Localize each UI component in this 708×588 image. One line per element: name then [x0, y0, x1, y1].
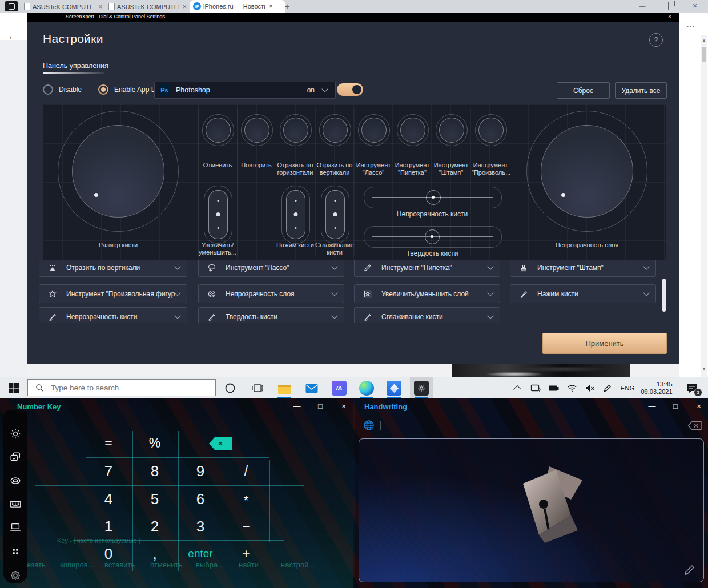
- screenxpert-settings-button[interactable]: [410, 377, 433, 399]
- edge-button[interactable]: [355, 377, 378, 399]
- task-view-button[interactable]: [246, 377, 269, 399]
- knob-lasso[interactable]: [358, 114, 390, 146]
- tray-language[interactable]: ENG: [617, 377, 638, 399]
- zoom-toggle[interactable]: [204, 186, 232, 244]
- slider-knob[interactable]: [425, 229, 440, 244]
- app-switch-button[interactable]: [9, 451, 22, 464]
- laptop-screen-button[interactable]: [9, 521, 22, 534]
- tab-close-icon[interactable]: ×: [181, 3, 188, 11]
- link-button[interactable]: [9, 474, 22, 487]
- key-divide[interactable]: /: [228, 462, 264, 481]
- browser-app-icon[interactable]: [5, 1, 18, 11]
- assignment-brush-pressure[interactable]: Нажим кисти: [510, 284, 656, 303]
- mail-button[interactable]: [300, 377, 323, 399]
- key-2[interactable]: 2: [136, 517, 173, 537]
- tab-control-panel[interactable]: Панель управления: [43, 62, 108, 70]
- knob-redo[interactable]: [241, 114, 273, 146]
- knob-flip-vertical[interactable]: [319, 114, 351, 146]
- enable-app-list-radio[interactable]: [98, 84, 108, 95]
- key-multiply[interactable]: *: [228, 492, 264, 511]
- browser-tab-2[interactable]: ASUSTeK COMPUTER INC. ZenB ×: [105, 1, 196, 13]
- assignment-brush-smoothing[interactable]: Сглаживание кисти: [354, 307, 500, 323]
- slider-knob[interactable]: [426, 190, 441, 205]
- tray-pen[interactable]: [598, 377, 616, 399]
- scrollbar-thumb[interactable]: [702, 47, 706, 62]
- assignment-layer-zoom[interactable]: Увеличить/уменьшить слой: [354, 284, 500, 303]
- knob-custom-shape[interactable]: [475, 114, 507, 146]
- toolbar-settings-button[interactable]: [9, 569, 22, 582]
- assignment-brush-hardness[interactable]: Твердость кисти: [198, 307, 344, 323]
- key-5[interactable]: 5: [136, 490, 173, 509]
- apply-button[interactable]: Применить: [542, 333, 667, 354]
- keyboard-button[interactable]: [9, 498, 22, 510]
- browser-tab-3-active[interactable]: iP iPhones.ru — Новости высоких ×: [190, 0, 285, 13]
- assignment-flip-vertical[interactable]: Отразить по вертикали: [39, 260, 187, 277]
- new-tab-button[interactable]: +: [282, 2, 292, 12]
- tray-clock[interactable]: 13:4509.03.2021: [638, 377, 675, 399]
- brush-smoothing-toggle[interactable]: [321, 186, 349, 244]
- scroll-down-icon[interactable]: ▼: [702, 367, 706, 372]
- assignment-eyedropper[interactable]: Инструмент "Пипетка": [354, 260, 500, 277]
- layer-opacity-dial-inner[interactable]: [541, 125, 633, 218]
- handwriting-close-button[interactable]: ×: [693, 401, 705, 412]
- asus-app-button[interactable]: /A: [328, 377, 351, 399]
- browser-close-button[interactable]: ×: [683, 0, 707, 13]
- brightness-button[interactable]: [9, 428, 22, 440]
- key-plus[interactable]: +: [228, 545, 264, 564]
- assignment-brush-opacity[interactable]: Непрозрачность кисти: [39, 307, 187, 323]
- app-enable-toggle[interactable]: [337, 83, 363, 96]
- knob-eyedropper[interactable]: [397, 114, 429, 146]
- key-3[interactable]: 3: [182, 517, 219, 537]
- tab-close-icon[interactable]: ×: [96, 3, 104, 11]
- search-input[interactable]: [50, 383, 195, 393]
- dialog-minimize-button[interactable]: —: [633, 13, 647, 22]
- key-1[interactable]: 1: [90, 517, 127, 537]
- key-8[interactable]: 8: [136, 462, 173, 481]
- page-scrollbar[interactable]: [701, 35, 707, 377]
- browser-restore-button[interactable]: [657, 0, 681, 13]
- browser-menu-icon[interactable]: ⋯: [686, 22, 695, 32]
- taskbar-search[interactable]: [27, 379, 216, 396]
- language-globe-button[interactable]: [363, 420, 375, 431]
- browser-tab-1[interactable]: ASUSTeK COMPUTER INC. ZenB ×: [21, 1, 111, 13]
- key-percent[interactable]: %: [136, 434, 173, 453]
- handwriting-canvas[interactable]: [359, 438, 704, 582]
- reset-button[interactable]: Сброс: [557, 82, 610, 99]
- assignment-stamp[interactable]: Инструмент "Штамп": [510, 260, 656, 277]
- tray-battery[interactable]: [545, 377, 563, 399]
- browser-minimize-button[interactable]: —: [630, 0, 654, 13]
- assignment-layer-opacity[interactable]: Непрозрачность слоя: [198, 284, 344, 303]
- tray-expand-button[interactable]: [508, 377, 526, 399]
- key-9[interactable]: 9: [182, 462, 219, 481]
- notification-center-button[interactable]: 3: [679, 377, 703, 399]
- dialog-close-button[interactable]: ×: [662, 13, 677, 22]
- handwriting-maximize-button[interactable]: □: [669, 401, 682, 412]
- handwriting-backspace-button[interactable]: [687, 421, 702, 430]
- cortana-button[interactable]: [219, 377, 242, 399]
- browser-back-button[interactable]: ←: [8, 31, 18, 42]
- help-button[interactable]: ?: [649, 33, 663, 47]
- knob-stamp[interactable]: [436, 114, 468, 146]
- app-select-dropdown[interactable]: Ps Photoshop on: [154, 82, 336, 99]
- edit-corner-button[interactable]: [683, 563, 696, 576]
- key-equals[interactable]: =: [90, 434, 127, 453]
- key-minus[interactable]: −: [228, 517, 264, 537]
- scrollbar-thumb[interactable]: [662, 279, 666, 312]
- tray-tablet-mode[interactable]: [526, 377, 545, 399]
- key-6[interactable]: 6: [182, 490, 219, 509]
- brush-hardness-slider[interactable]: [364, 226, 502, 248]
- brush-opacity-slider[interactable]: [364, 187, 502, 208]
- key-0[interactable]: 0: [90, 545, 127, 564]
- tray-wifi[interactable]: [563, 377, 581, 399]
- app-grid-button[interactable]: [9, 545, 22, 558]
- handwriting-minimize-button[interactable]: —: [646, 401, 658, 412]
- numberkey-close-button[interactable]: ×: [337, 401, 350, 412]
- numberkey-minimize-button[interactable]: —: [291, 401, 303, 412]
- brush-size-dial-inner[interactable]: [72, 125, 164, 218]
- scroll-up-icon[interactable]: ▲: [702, 38, 706, 43]
- myasus-button[interactable]: [383, 377, 405, 399]
- numberkey-maximize-button[interactable]: □: [314, 401, 327, 412]
- tray-volume-muted[interactable]: [581, 377, 598, 399]
- key-enter[interactable]: enter: [182, 545, 219, 564]
- assignment-lasso[interactable]: Инструмент "Лассо": [198, 260, 344, 277]
